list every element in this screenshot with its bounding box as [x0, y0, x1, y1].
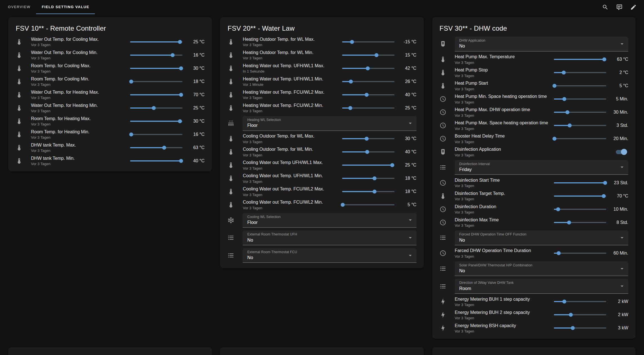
- slider-thumb[interactable]: [556, 207, 560, 211]
- select-heating-wl-selection[interactable]: Heating WL SelectionFloor: [243, 116, 416, 131]
- entity-row-heat-pump-stop[interactable]: Heat Pump StopVor 3 Tagen2 °C: [432, 66, 636, 79]
- value-slider[interactable]: [554, 84, 606, 88]
- entity-row-heat-pump-max-space-heating-operation-time[interactable]: Heat Pump Max. Space heating operation t…: [432, 119, 636, 132]
- slider-thumb[interactable]: [348, 106, 352, 110]
- value-slider[interactable]: [130, 145, 182, 150]
- slider-thumb[interactable]: [365, 137, 369, 141]
- entity-row-disinfection-max-time[interactable]: Disinfection Max TimeVor 3 Tagen8 Std.: [432, 216, 636, 229]
- entity-row-disinfection-start-time[interactable]: Disinfection Start TimeVor 3 Tagen23 Std…: [432, 176, 636, 189]
- entity-row-water-out-temp-for-heating-min[interactable]: Water Out Temp. for Heating Min.Vor 3 Ta…: [8, 101, 212, 114]
- slider-thumb[interactable]: [365, 93, 369, 97]
- value-slider[interactable]: [130, 132, 182, 137]
- select-external-room-thermostat-fcu[interactable]: External Room Thermostat FCUNo: [243, 248, 416, 263]
- tab-overview[interactable]: OVERVIEW: [2, 0, 36, 14]
- value-slider[interactable]: [130, 79, 182, 84]
- slider-thumb[interactable]: [350, 40, 354, 44]
- entity-row-water-out-temp-for-cooling-max[interactable]: Water Out Temp. for Cooling Max.Vor 3 Ta…: [8, 35, 212, 48]
- select-external-room-thermostat-ufh[interactable]: External Room Thermostat UFHNo: [243, 230, 416, 245]
- slider-thumb[interactable]: [569, 313, 573, 317]
- value-slider[interactable]: [130, 159, 182, 163]
- entity-row-heating-water-out-temp-ufh-wl1-max[interactable]: Heating Water out Temp. UFH/WL1 Max.In 1…: [220, 62, 424, 75]
- entity-row-cooling-water-out-temp-ufh-wl1-min[interactable]: Cooling Water out Temp. UFH/WL1 Min.Vor …: [220, 172, 424, 185]
- value-slider[interactable]: [554, 136, 606, 141]
- value-slider[interactable]: [342, 163, 395, 167]
- slider-thumb[interactable]: [390, 163, 394, 167]
- slider-thumb[interactable]: [171, 53, 175, 57]
- slider-thumb[interactable]: [568, 123, 572, 127]
- entity-row-heat-pump-start[interactable]: Heat Pump StartVor 3 Tagen5 °C: [432, 79, 636, 93]
- slider-thumb[interactable]: [602, 194, 606, 198]
- entity-row-dhw-tank-temp-max[interactable]: DHW tank Temp. Max.Vor 3 Tagen63 °C: [8, 141, 212, 154]
- entity-row-cooling-outdoor-temp-for-wl-max[interactable]: Cooling Outdoor Temp. for WL Max.Vor 3 T…: [220, 132, 424, 145]
- value-slider[interactable]: [342, 176, 395, 181]
- slider-thumb[interactable]: [552, 84, 556, 88]
- slider-thumb[interactable]: [341, 203, 345, 207]
- slider-thumb[interactable]: [571, 326, 575, 330]
- slider-thumb[interactable]: [129, 132, 133, 136]
- slider-thumb[interactable]: [178, 119, 182, 123]
- value-slider[interactable]: [554, 194, 606, 198]
- entity-row-water-out-temp-for-heating-max[interactable]: Water Out Temp. for Heating Max.Vor 3 Ta…: [8, 88, 212, 101]
- value-slider[interactable]: [342, 203, 395, 207]
- value-slider[interactable]: [342, 136, 395, 141]
- value-slider[interactable]: [342, 93, 395, 97]
- select-direction-of-3way-valve-dhw-tank[interactable]: Direction of 3Way Valve DHW TankRoom: [455, 279, 628, 294]
- slider-thumb[interactable]: [562, 71, 566, 75]
- entity-row-booster-heat-delay-time[interactable]: Booster Heat Delay TimeVor 3 Tagen20 Min…: [432, 132, 636, 145]
- select-solar-panel-dhw-thermostat-h-p-combination[interactable]: Solar Panel/DHW Thermostat H/P Combinati…: [455, 261, 628, 276]
- entity-row-water-out-temp-for-cooling-min[interactable]: Water Out Temp. for Cooling Min.Vor 3 Ta…: [8, 48, 212, 62]
- pencil-button[interactable]: [630, 4, 637, 10]
- entity-row-heat-pump-max-dhw-operation-time[interactable]: Heat Pump Max. DHW operation timeVor 3 T…: [432, 106, 636, 119]
- value-slider[interactable]: [554, 110, 606, 114]
- select-disinfection-interval[interactable]: Disinfection IntervalFriday: [455, 160, 628, 175]
- value-slider[interactable]: [342, 79, 395, 84]
- comment-button[interactable]: [616, 4, 623, 10]
- value-slider[interactable]: [342, 53, 395, 57]
- select-dhw-application[interactable]: DHW ApplicationNo: [455, 37, 628, 51]
- slider-thumb[interactable]: [603, 181, 607, 185]
- slider-thumb[interactable]: [375, 53, 378, 57]
- slider-thumb[interactable]: [557, 251, 561, 255]
- entity-row-energy-metering-buh-2-step-capacity[interactable]: Energy Metering BUH 2 step capacityVor 3…: [432, 308, 636, 322]
- entity-row-cooling-water-out-temp-ufh-wl1-max[interactable]: Cooling Water out Temp UFH/WL1 Max.Vor 3…: [220, 159, 424, 172]
- entity-row-energy-metering-bsh-capacity[interactable]: Energy Metering BSH capacityVor 3 Tagen3…: [432, 322, 636, 335]
- value-slider[interactable]: [554, 181, 606, 185]
- slider-thumb[interactable]: [162, 146, 166, 150]
- slider-thumb[interactable]: [179, 159, 183, 163]
- value-slider[interactable]: [554, 97, 606, 101]
- value-slider[interactable]: [342, 40, 395, 44]
- value-slider[interactable]: [554, 313, 606, 317]
- slider-thumb[interactable]: [562, 300, 566, 304]
- value-slider[interactable]: [342, 106, 395, 110]
- value-slider[interactable]: [554, 207, 606, 212]
- slider-thumb[interactable]: [349, 80, 353, 84]
- slider-thumb[interactable]: [602, 57, 606, 61]
- toggle-switch[interactable]: [616, 150, 627, 154]
- slider-thumb[interactable]: [179, 66, 183, 70]
- value-slider[interactable]: [130, 66, 182, 71]
- value-slider[interactable]: [130, 93, 182, 97]
- value-slider[interactable]: [554, 251, 606, 255]
- entity-row-heating-water-out-temp-fcu-wl2-min[interactable]: Heating Water out Temp. FCU/WL2 Min.Vor …: [220, 101, 424, 114]
- value-slider[interactable]: [554, 326, 606, 330]
- slider-thumb[interactable]: [129, 80, 133, 84]
- entity-row-cooling-water-out-temp-fcu-wl2-min[interactable]: Cooling Water out Temp. FCU/WL2 Min.Vor …: [220, 198, 424, 212]
- entity-row-heating-outdoor-temp-for-wl-max[interactable]: Heating Outdoor Temp. for WL Max.Vor 3 T…: [220, 35, 424, 48]
- value-slider[interactable]: [130, 119, 182, 123]
- select-forced-dhw-operation-time-off-function[interactable]: Forced DHW Operation Time OFF FunctionNo: [455, 230, 628, 245]
- entity-row-room-temp-for-cooling-max[interactable]: Room Temp. for Cooling Max.Vor 3 Tagen30…: [8, 62, 212, 75]
- entity-row-heating-water-out-temp-fcu-wl2-max[interactable]: Heating Water out Temp. FCU/WL2 Max.Vor …: [220, 88, 424, 101]
- slider-thumb[interactable]: [178, 40, 182, 44]
- entity-row-disinfection-target-temp[interactable]: Disinfection Target Temp.Vor 3 Tagen70 °…: [432, 189, 636, 203]
- slider-thumb[interactable]: [365, 150, 369, 154]
- value-slider[interactable]: [554, 220, 606, 225]
- entity-row-disinfection-application[interactable]: Disinfection ApplicationVor 3 Tagen: [432, 145, 636, 159]
- entity-row-room-temp-for-heating-max[interactable]: Room Temp. for Heating Max.Vor 3 Tagen30…: [8, 114, 212, 128]
- entity-row-room-temp-for-heating-min[interactable]: Room Temp. for Heating Min.Vor 3 Tagen16…: [8, 128, 212, 141]
- value-slider[interactable]: [554, 57, 606, 62]
- value-slider[interactable]: [342, 66, 395, 71]
- entity-row-dhw-tank-temp-min[interactable]: DHW tank Temp. Min.Vor 3 Tagen40 °C: [8, 154, 212, 167]
- slider-thumb[interactable]: [373, 176, 376, 180]
- value-slider[interactable]: [554, 123, 606, 128]
- tab-field-setting-value[interactable]: FIELD SETTING VALUE: [36, 0, 95, 14]
